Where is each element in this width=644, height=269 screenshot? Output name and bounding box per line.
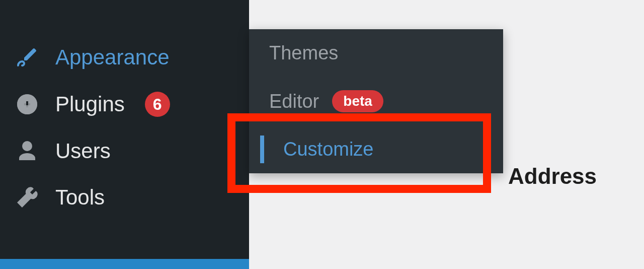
- submenu-item-editor[interactable]: Editor beta: [249, 77, 503, 125]
- wrench-icon: [15, 185, 39, 210]
- sidebar-item-tools[interactable]: Tools: [0, 174, 249, 221]
- sidebar-item-users[interactable]: Users: [0, 128, 249, 174]
- brush-icon: [15, 45, 39, 70]
- beta-badge: beta: [332, 90, 383, 112]
- submenu-item-customize[interactable]: Customize: [249, 125, 503, 173]
- sidebar-item-label: Users: [55, 139, 111, 163]
- sidebar-active-bar: [0, 259, 249, 269]
- submenu-item-label: Editor: [269, 91, 319, 112]
- plugin-icon: [15, 92, 39, 116]
- sidebar-item-plugins[interactable]: Plugins 6: [0, 81, 249, 128]
- page-content-label: Address: [508, 164, 597, 189]
- sidebar-item-label: Plugins: [55, 92, 125, 116]
- admin-sidebar: Appearance Plugins 6 Users Tools: [0, 0, 249, 269]
- sidebar-item-label: Appearance: [55, 45, 170, 70]
- submenu-item-label: Customize: [283, 139, 374, 160]
- submenu-item-label: Themes: [269, 42, 338, 64]
- update-count-badge: 6: [145, 92, 170, 117]
- sidebar-item-label: Tools: [55, 185, 105, 210]
- appearance-submenu: Themes Editor beta Customize: [249, 29, 503, 173]
- sidebar-item-appearance[interactable]: Appearance: [0, 34, 249, 81]
- user-icon: [15, 139, 39, 163]
- submenu-item-themes[interactable]: Themes: [249, 29, 503, 77]
